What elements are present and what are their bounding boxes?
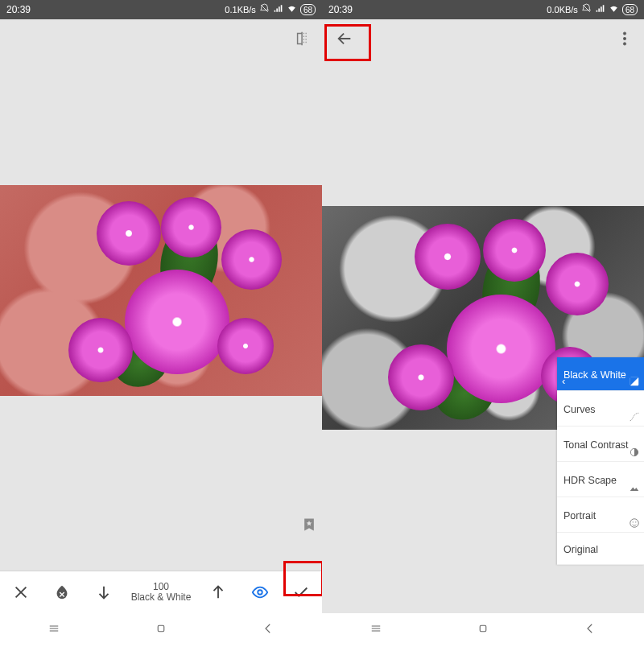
fx-label: Curves bbox=[564, 404, 639, 415]
fx-label: Original bbox=[564, 544, 639, 555]
compare-icon[interactable] bbox=[291, 27, 314, 50]
filter-name: Black & White bbox=[131, 592, 192, 603]
status-data-rate: 0.0KB/s bbox=[547, 5, 578, 14]
status-time: 20:39 bbox=[6, 4, 31, 15]
back-button[interactable] bbox=[333, 27, 356, 50]
app-bar bbox=[0, 19, 322, 58]
svg-point-0 bbox=[258, 590, 262, 595]
app-bar bbox=[322, 19, 644, 58]
svg-point-7 bbox=[630, 519, 639, 528]
wifi-icon bbox=[287, 3, 297, 16]
portrait-icon bbox=[629, 517, 640, 529]
hdr-icon bbox=[629, 482, 640, 493]
overflow-menu-button[interactable] bbox=[613, 27, 636, 50]
screen-left: 20:39 0.1KB/s 68 bbox=[0, 0, 322, 647]
signal-icon bbox=[595, 3, 605, 16]
fx-item-hdr-scape[interactable]: HDR Scape bbox=[557, 462, 644, 497]
nav-back-button[interactable] bbox=[261, 621, 275, 639]
fx-label: Black & White bbox=[564, 369, 639, 381]
fx-label: Tonal Contrast bbox=[564, 439, 639, 451]
svg-rect-10 bbox=[480, 625, 486, 632]
screen-right: 20:39 0.0KB/s 68 bbox=[322, 0, 644, 647]
battery-indicator: 68 bbox=[300, 4, 316, 15]
nav-home-button[interactable] bbox=[476, 621, 490, 639]
fx-label: Portrait bbox=[564, 510, 639, 521]
svg-point-3 bbox=[623, 37, 625, 39]
system-nav bbox=[0, 613, 322, 647]
mask-button[interactable] bbox=[47, 578, 76, 607]
battery-indicator: 68 bbox=[622, 4, 638, 15]
bookmark-icon[interactable] bbox=[301, 517, 317, 533]
system-nav bbox=[322, 613, 644, 647]
svg-point-2 bbox=[623, 32, 625, 35]
status-bar: 20:39 0.0KB/s 68 bbox=[322, 0, 644, 19]
nav-recent-button[interactable] bbox=[369, 621, 383, 639]
nav-home-button[interactable] bbox=[154, 621, 168, 639]
chevron-left-icon: ‹ bbox=[562, 375, 565, 387]
wifi-icon bbox=[609, 3, 619, 16]
bw-icon bbox=[629, 376, 640, 387]
edit-toolbar: 100 Black & White bbox=[0, 571, 322, 613]
apply-button[interactable] bbox=[287, 578, 316, 607]
curves-icon bbox=[629, 411, 640, 422]
svg-point-4 bbox=[623, 43, 625, 45]
filter-value-display[interactable]: 100 Black & White bbox=[131, 582, 192, 602]
signal-icon bbox=[273, 3, 283, 16]
fx-item-original[interactable]: Original bbox=[557, 533, 644, 565]
decrease-button[interactable] bbox=[89, 578, 118, 607]
status-time: 20:39 bbox=[328, 4, 353, 15]
fx-label: HDR Scape bbox=[564, 475, 639, 486]
svg-point-9 bbox=[635, 521, 636, 522]
fx-item-portrait[interactable]: Portrait bbox=[557, 497, 644, 533]
status-data-rate: 0.1KB/s bbox=[225, 5, 256, 14]
preview-button[interactable] bbox=[246, 578, 275, 607]
fx-item-tonal-contrast[interactable]: Tonal Contrast bbox=[557, 427, 644, 462]
svg-rect-1 bbox=[158, 625, 164, 632]
dnd-icon bbox=[259, 3, 270, 16]
nav-recent-button[interactable] bbox=[47, 621, 61, 639]
svg-point-8 bbox=[633, 521, 634, 522]
tonal-icon bbox=[629, 447, 640, 458]
fx-item-black-white[interactable]: Black & White ‹ bbox=[557, 357, 644, 391]
nav-back-button[interactable] bbox=[583, 621, 597, 639]
close-button[interactable] bbox=[6, 578, 35, 607]
dnd-icon bbox=[581, 3, 592, 16]
increase-button[interactable] bbox=[204, 578, 233, 607]
effects-panel: Black & White ‹ Curves Tonal Contrast HD… bbox=[557, 357, 644, 565]
fx-item-curves[interactable]: Curves bbox=[557, 391, 644, 427]
edited-photo[interactable] bbox=[0, 185, 322, 396]
status-bar: 20:39 0.1KB/s 68 bbox=[0, 0, 322, 19]
